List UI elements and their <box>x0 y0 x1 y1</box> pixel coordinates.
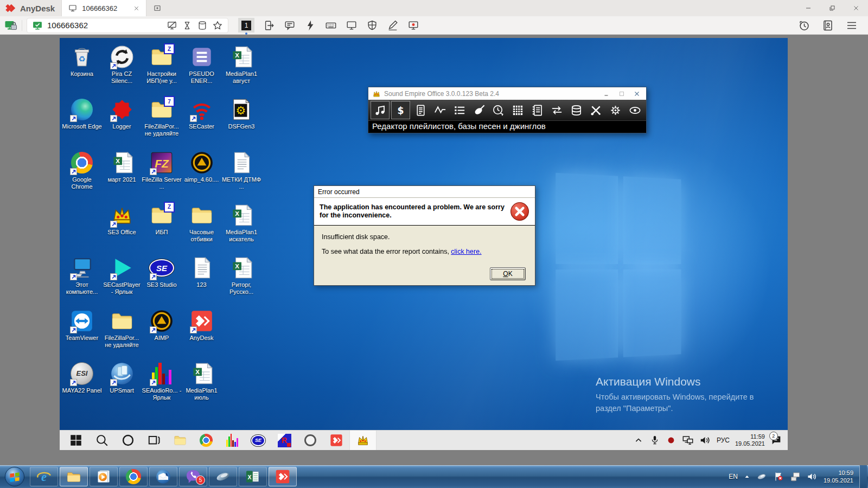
desktop-icon-play[interactable]: SECastPlayer - Ярлык <box>102 255 142 296</box>
se-close-button[interactable] <box>634 91 640 97</box>
menu-button[interactable] <box>845 19 858 32</box>
se-tool-tools[interactable] <box>587 101 605 119</box>
se-tool-exchange[interactable] <box>548 101 566 119</box>
window-restore-button[interactable] <box>820 0 844 16</box>
desktop-icon-excel[interactable]: XMediaPlan1 август <box>221 44 261 85</box>
recording-indicator-icon[interactable] <box>666 435 676 446</box>
host-taskbar-lens-app[interactable] <box>209 467 237 486</box>
ok-button[interactable]: OK <box>490 267 526 280</box>
desktop-icon-eq[interactable]: SEAudioRo... - Ярлык <box>142 361 182 401</box>
microphone-icon[interactable] <box>649 435 660 446</box>
desktop-icon-doc[interactable]: 123 <box>182 255 222 288</box>
host-network-icon[interactable] <box>790 471 801 482</box>
host-taskbar-viber[interactable]: 5 <box>179 467 207 486</box>
remote-taskbar-anydesk[interactable] <box>323 431 349 450</box>
host-language-indicator[interactable]: EN <box>729 473 738 480</box>
session-storage-icon[interactable] <box>197 20 208 31</box>
remote-taskbar-r-app[interactable]: R <box>271 431 297 450</box>
privacy-mode-icon[interactable] <box>167 20 177 31</box>
window-close-button[interactable] <box>844 0 868 16</box>
desktop-icon-excel[interactable]: XMediaPlan1 искатель <box>221 203 261 243</box>
host-taskbar-chrome[interactable] <box>119 467 148 486</box>
record-session-button[interactable] <box>407 20 419 31</box>
se-tool-monitoring[interactable] <box>626 101 644 119</box>
desktop-icon-pc[interactable]: Этот компьюте... <box>62 255 102 296</box>
remote-taskbar-se-audio-router[interactable] <box>219 431 245 450</box>
se-tool-music-editor[interactable] <box>371 101 390 119</box>
desktop-icon-folder[interactable]: ZИБП <box>142 203 182 236</box>
favorites-icon[interactable] <box>212 20 223 31</box>
host-taskbar-anydesk[interactable] <box>269 467 297 486</box>
desktop-icon-geardoc[interactable]: ⚙DSFGen3 <box>221 97 261 130</box>
desktop-icon-upsmart[interactable]: UPSmart <box>102 361 142 394</box>
address-field[interactable]: 106666362 <box>27 18 228 33</box>
lens-tray-icon[interactable] <box>756 471 767 482</box>
se-tool-playlist[interactable] <box>451 101 469 119</box>
window-minimize-button[interactable] <box>796 0 820 16</box>
remote-taskbar-cortana-button[interactable] <box>115 431 141 450</box>
se-maximize-button[interactable] <box>618 91 625 97</box>
remote-clock[interactable]: 11:59 19.05.2021 <box>735 433 765 447</box>
remote-taskbar-chrome[interactable] <box>193 431 219 450</box>
sound-empire-window[interactable]: Sound Empire Office 3.0.0.123 Beta 2.4 $… <box>368 87 647 133</box>
tab-close-icon[interactable] <box>133 5 139 11</box>
desktop-icon-edge[interactable]: Microsoft Edge <box>62 97 102 130</box>
host-taskbar-windows-explorer[interactable] <box>60 467 88 486</box>
desktop-icon-aimp[interactable]: aimp_4.60.... <box>182 150 222 183</box>
action-center-button[interactable]: 2 <box>770 434 782 446</box>
remote-taskbar-o-app[interactable] <box>297 431 323 450</box>
se-tool-calendar-grid[interactable] <box>509 101 527 119</box>
se-tool-waveform[interactable] <box>431 101 449 119</box>
se-tool-broadcast-dish[interactable] <box>470 101 488 119</box>
monitor-1-button[interactable]: 1 <box>238 18 254 33</box>
chat-button[interactable] <box>284 20 296 31</box>
se-tool-billing[interactable]: $ <box>391 101 410 119</box>
desktop-icon-excel[interactable]: Xмарт 2021 <box>102 150 142 183</box>
display-settings-button[interactable] <box>346 20 358 31</box>
tray-expand-icon[interactable] <box>744 473 750 480</box>
se-tool-settings[interactable] <box>607 101 624 119</box>
desktop-icon-folder[interactable]: ZНастройки ИБП(не у... <box>142 44 182 85</box>
desktop-icon-seball[interactable]: SESE3 Studio <box>142 255 182 288</box>
desktop-icon-crown[interactable]: SE3 Office <box>102 203 142 236</box>
click-here-link[interactable]: click here. <box>451 248 481 255</box>
host-clock[interactable]: 10:59 19.05.2021 <box>824 469 853 484</box>
host-taskbar-excel[interactable]: X <box>239 467 267 486</box>
se-tool-database[interactable] <box>567 101 585 119</box>
volume-icon[interactable] <box>699 434 711 446</box>
file-transfer-button[interactable] <box>263 20 275 31</box>
desktop-icon-pseudo[interactable]: PSEUDO ENER... <box>182 44 222 85</box>
action-center-flag-icon[interactable] <box>773 471 784 482</box>
address-book-button[interactable] <box>821 19 834 32</box>
desktop-icon-bin[interactable]: ♻Корзина <box>62 44 102 78</box>
history-button[interactable] <box>797 19 810 32</box>
desktop-icon-folder[interactable]: FileZillaPor... не удаляйте <box>102 309 142 349</box>
error-dialog[interactable]: Error occurred The application has encou… <box>314 185 535 286</box>
remote-taskbar-start-button[interactable] <box>63 431 89 450</box>
se-tool-log-notebook[interactable] <box>528 101 546 119</box>
host-start-button[interactable] <box>4 466 25 487</box>
remote-desktop-screen[interactable]: ♻КорзинаPira CZ Silenc...ZНастройки ИБП(… <box>60 38 788 450</box>
network-icon[interactable] <box>682 434 694 446</box>
tray-expand-icon[interactable] <box>633 435 644 446</box>
desktop-icon-folder[interactable]: Часовые отбивки <box>182 203 222 243</box>
remote-taskbar-file-explorer[interactable] <box>167 431 193 450</box>
remote-taskbar-search-button[interactable] <box>89 431 115 450</box>
permissions-button[interactable] <box>366 20 378 31</box>
se-tool-scheduler[interactable] <box>490 101 508 119</box>
host-taskbar-thunderbird[interactable] <box>149 467 177 486</box>
desktop-icon-doc[interactable]: МЕТКИ ДТМФ ... <box>221 150 261 190</box>
whiteboard-button[interactable] <box>387 20 399 31</box>
desktop-icon-sync[interactable]: Pira CZ Silenc... <box>102 44 142 85</box>
remote-taskbar-task-view-button[interactable] <box>141 431 167 450</box>
desktop-icon-adtile[interactable]: AnyDesk <box>182 309 222 342</box>
desktop-icon-logger[interactable]: Logger <box>102 97 142 130</box>
desktop-icon-wifi[interactable]: SECaster <box>182 97 222 130</box>
desktop-icon-folder[interactable]: 7FileZillaPor... не удаляйте <box>142 97 182 137</box>
actions-button[interactable] <box>304 20 316 31</box>
se-tool-documents[interactable] <box>412 101 430 119</box>
desktop-icon-excel[interactable]: XРиторг, Русско... <box>221 255 261 296</box>
remote-taskbar-se3-studio[interactable]: SE <box>245 431 271 450</box>
desktop-icon-teamviewer[interactable]: TeamViewer <box>62 309 102 342</box>
desktop-icon-excel[interactable]: XMediaPlan1 июль <box>182 361 222 401</box>
